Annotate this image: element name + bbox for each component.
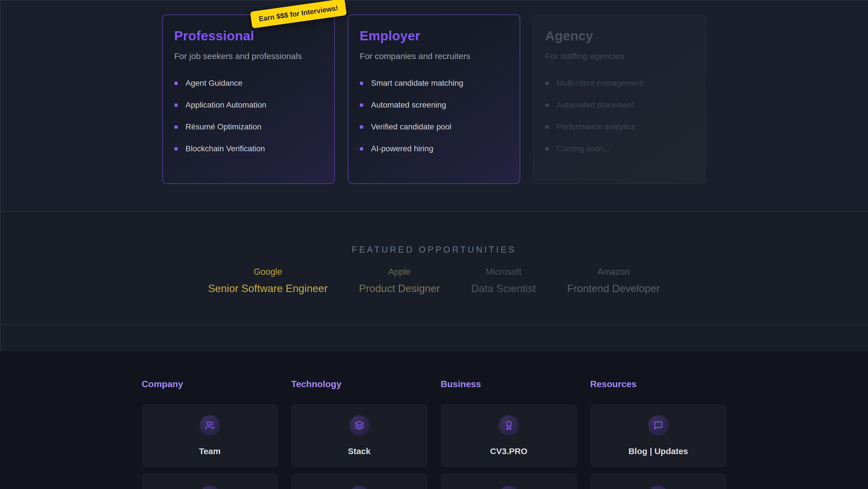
featured-heading: FEATURED OPPORTUNITIES [0,212,868,255]
bullet-dot-icon [545,147,549,151]
plan-feature: Blockchain Verification [174,144,323,153]
featured-opportunities-section: FEATURED OPPORTUNITIES Google Senior Sof… [0,211,868,324]
footer-grid: Company Team Technology [142,379,726,489]
layers-icon [349,415,370,436]
plan-feature-list: Multi-client management Automated placem… [545,79,694,153]
footer-card-partial[interactable] [291,474,428,489]
bullet-dot-icon [545,82,549,85]
footer-card-partial[interactable] [441,474,577,489]
bullet-dot-icon [174,103,178,107]
users-icon [200,415,220,436]
bullet-dot-icon [360,125,363,129]
plan-feature-label: Résumé Optimization [186,122,261,132]
job-title: Senior Software Engineer [208,283,328,295]
plan-feature-list: Agent Guidance Application Automation Ré… [174,79,323,153]
footer-column-heading: Business [441,379,577,390]
circle-icon [648,486,669,489]
job-company: Amazon [567,267,660,277]
plan-feature-label: Application Automation [186,100,266,110]
plan-feature: Résumé Optimization [174,122,323,132]
job-company: Apple [359,267,440,277]
page-left-border [0,0,1,351]
bullet-dot-icon [174,82,178,85]
job-listing[interactable]: Google Senior Software Engineer [208,267,328,295]
plan-title: Employer [360,28,508,44]
plan-title: Agency [545,28,694,44]
bullet-dot-icon [174,147,178,151]
footer-column-heading: Resources [590,379,726,390]
plan-feature-label: Blockchain Verification [186,144,265,153]
plan-feature-list: Smart candidate matching Automated scree… [360,79,508,153]
plan-title: Professional [174,28,323,44]
job-listing[interactable]: Amazon Frontend Developer [567,267,660,295]
plan-feature-label: Multi-client management [557,79,643,88]
footer-card-stack[interactable]: Stack [291,404,428,467]
plan-feature-label: Verified candidate pool [371,122,451,132]
footer-card-team[interactable]: Team [142,404,278,467]
plan-subtitle: For companies and recruiters [360,51,508,61]
job-title: Data Scientist [471,283,536,295]
job-company: Microsoft [471,267,536,277]
footer-column-heading: Technology [291,379,428,390]
bullet-dot-icon [360,82,363,85]
spacer-band [0,324,868,351]
footer-card-partial[interactable] [590,474,726,489]
plan-feature: Verified candidate pool [360,122,508,132]
plan-feature: Automated placement [545,100,694,110]
footer-card-label: Team [199,447,220,456]
job-title: Frontend Developer [567,283,660,295]
bullet-dot-icon [545,125,549,129]
job-listing[interactable]: Microsoft Data Scientist [471,267,536,295]
featured-jobs-row: Google Senior Software Engineer Apple Pr… [0,267,868,295]
plan-feature: Performance analytics [545,122,694,132]
plan-feature-label: Automated screening [371,100,446,110]
plan-feature: Multi-client management [545,79,694,88]
footer-column-business: Business CV3.PRO [441,379,577,489]
plan-subtitle: For staffing agencies [545,51,694,61]
footer-card-label: Blog | Updates [628,447,688,456]
job-listing[interactable]: Apple Product Designer [359,267,440,295]
plan-feature: Application Automation [174,100,323,110]
plan-card-agency: Agency For staffing agencies Multi-clien… [533,15,706,184]
footer-card-blog[interactable]: Blog | Updates [590,404,726,467]
plan-feature: Smart candidate matching [360,79,508,88]
bullet-dot-icon [360,103,363,107]
footer-card-label: Stack [348,447,370,456]
plan-card-employer[interactable]: Employer For companies and recruiters Sm… [348,15,520,184]
footer: Company Team Technology [0,351,868,489]
circle-icon [499,486,519,489]
footer-column-resources: Resources Blog | Updates [590,379,726,489]
circle-icon [349,486,370,489]
bullet-dot-icon [360,147,363,151]
plan-subtitle: For job seekers and professionals [174,51,323,61]
plan-feature: Agent Guidance [174,79,323,88]
job-company: Google [208,267,328,277]
bullet-dot-icon [174,125,178,129]
award-icon [499,415,519,436]
plan-feature-label: AI-powered hiring [371,144,433,153]
footer-card-cv3pro[interactable]: CV3.PRO [441,404,577,467]
footer-card-partial[interactable] [142,474,278,489]
plan-card-professional[interactable]: Professional For job seekers and profess… [162,15,335,184]
footer-column-heading: Company [142,379,278,390]
plan-feature-label: Performance analytics [557,122,635,132]
footer-column-technology: Technology Stack [291,379,428,489]
plans-row: Professional For job seekers and profess… [0,15,868,184]
footer-card-label: CV3.PRO [490,447,528,456]
plan-feature: Automated screening [360,100,508,110]
bullet-dot-icon [545,103,549,107]
plan-feature: AI-powered hiring [360,144,508,153]
plan-feature-label: Automated placement [557,100,634,110]
plans-section: Earn $$$ for Interviews! Professional Fo… [0,0,868,211]
plan-feature-label: Coming soon... [557,144,610,153]
plan-feature: Coming soon... [545,144,694,153]
footer-column-company: Company Team [142,379,278,489]
plan-feature-label: Agent Guidance [186,79,243,88]
circle-icon [200,486,220,489]
message-icon [648,415,669,436]
job-title: Product Designer [359,283,440,295]
plan-feature-label: Smart candidate matching [371,79,463,88]
